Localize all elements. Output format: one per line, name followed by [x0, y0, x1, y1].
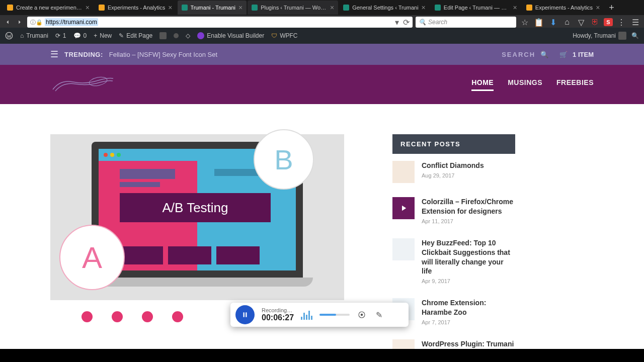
clipboard-icon[interactable]: 📋: [533, 17, 544, 28]
post-date: Aug 29, 2017: [422, 172, 484, 178]
wp-wpfc[interactable]: 🛡 WPFC: [271, 32, 297, 39]
wp-updates[interactable]: ⟳ 1: [55, 32, 66, 39]
wp-comments[interactable]: 💬 0: [73, 32, 87, 39]
download-icon[interactable]: ⬇: [547, 17, 558, 28]
browser-tab[interactable]: Edit Page ‹ Trumani — Wor ×: [431, 1, 521, 15]
wp-divi-icon[interactable]: ◇: [186, 32, 190, 39]
wp-logo[interactable]: [5, 32, 13, 40]
browser-tab[interactable]: Experiments - Analytics ×: [522, 1, 604, 15]
wp-yoast[interactable]: [159, 32, 167, 39]
post-date: Apr 7, 2017: [422, 319, 515, 325]
post-title: Colorzilla – Firefox/Chrome Extension fo…: [422, 197, 515, 216]
menu-icon[interactable]: ☰: [50, 49, 58, 60]
tab-close-icon[interactable]: ×: [330, 4, 334, 11]
forward-button[interactable]: [15, 18, 24, 27]
url-input[interactable]: ⓘ 🔒 https://trumani.com ▾ ⟳: [27, 17, 413, 28]
tab-label: Experiments - Analytics: [535, 5, 593, 11]
tab-label: General Settings ‹ Trumani: [352, 5, 418, 11]
tab-close-icon[interactable]: ×: [596, 4, 600, 11]
search-icon: 🔍: [540, 51, 549, 58]
post-date: Apr 9, 2017: [422, 278, 515, 284]
carousel-dot[interactable]: [142, 311, 153, 322]
wp-site-link[interactable]: ⌂ Trumani: [20, 32, 48, 39]
recent-post-item[interactable]: Chrome Extension: Harambe Zoo Apr 7, 201…: [392, 291, 515, 332]
wp-new[interactable]: + New: [94, 32, 112, 39]
tab-label: Plugins ‹ Trumani — WordP: [261, 5, 327, 11]
wp-howdy[interactable]: Howdy, Trumani: [573, 32, 626, 40]
tab-label: Edit Page ‹ Trumani — Wor: [444, 5, 510, 11]
tab-favicon: [526, 5, 532, 11]
pause-button[interactable]: [235, 305, 255, 324]
recording-status: Recording…: [262, 307, 294, 313]
dropdown-icon[interactable]: ▾: [395, 18, 399, 27]
wp-search-icon[interactable]: 🔍: [631, 32, 639, 39]
draw-pencil-icon[interactable]: ✎: [374, 310, 384, 320]
nav-item-home[interactable]: HOME: [471, 78, 494, 91]
sidebar: RECENT POSTS Conflict Diamonds Aug 29, 2…: [392, 134, 515, 362]
carousel-dot[interactable]: [82, 311, 93, 322]
hamburger-icon[interactable]: ☰: [630, 17, 641, 28]
overflow-icon[interactable]: ⋮: [616, 17, 627, 28]
post-title: Chrome Extension: Harambe Zoo: [422, 298, 515, 317]
tab-close-icon[interactable]: ×: [513, 4, 517, 11]
shield-icon: 🛡: [271, 32, 277, 39]
traffic-green: [117, 153, 121, 157]
stylus-icon[interactable]: S: [604, 18, 613, 26]
post-title: Conflict Diamonds: [422, 161, 484, 170]
browser-tab[interactable]: Plugins ‹ Trumani — WordP ×: [248, 1, 338, 15]
trending-bar: ☰ TRENDING: Fellatio – [NSFW] Sexy Font …: [0, 44, 644, 65]
wp-enable-vb[interactable]: Enable Visual Builder: [197, 32, 264, 39]
ublock-icon[interactable]: ⛨: [590, 17, 601, 28]
recent-post-item[interactable]: Colorzilla – Firefox/Chrome Extension fo…: [392, 190, 515, 231]
reload-icon[interactable]: ⟳: [403, 18, 410, 27]
tab-favicon: [252, 5, 258, 11]
divi-icon: [197, 32, 204, 39]
carousel-dot[interactable]: [112, 311, 123, 322]
tab-close-icon[interactable]: ×: [86, 4, 90, 11]
site-logo[interactable]: [50, 74, 116, 95]
nav-item-musings[interactable]: MUSINGS: [508, 78, 542, 91]
recent-post-item[interactable]: Hey BuzzFeed: Top 10 Clickbait Suggestio…: [392, 231, 515, 292]
back-button[interactable]: [3, 18, 12, 27]
trending-link[interactable]: Fellatio – [NSFW] Sexy Font Icon Set: [109, 51, 217, 58]
search-icon: 🔍: [419, 19, 426, 26]
tab-favicon: [343, 5, 349, 11]
screen-recorder-overlay[interactable]: Recording… 00:06:27 ✎: [230, 303, 409, 327]
browser-tab[interactable]: Create a new experiment - ( ×: [3, 1, 94, 15]
wp-site-name: Trumani: [26, 32, 48, 39]
carousel-dot[interactable]: [172, 311, 183, 322]
wp-edit-page[interactable]: ✎ Edit Page: [119, 32, 152, 39]
tab-close-icon[interactable]: ×: [238, 4, 243, 11]
variant-b-circle: B: [254, 129, 314, 190]
updates-icon: ⟳: [55, 32, 60, 39]
nav-item-freebies[interactable]: FREEBIES: [556, 78, 594, 91]
new-tab-button[interactable]: +: [605, 3, 618, 13]
url-text[interactable]: https://trumani.com: [45, 18, 98, 26]
post-thumbnail: [392, 197, 415, 219]
tab-close-icon[interactable]: ×: [422, 4, 426, 11]
tab-close-icon[interactable]: ×: [168, 4, 172, 11]
webcam-toggle-icon[interactable]: [357, 310, 367, 320]
bottom-strip: [0, 349, 644, 362]
variant-a-circle: A: [59, 225, 125, 290]
hero-banner-text: A/B Testing: [120, 193, 271, 222]
browser-tab[interactable]: Trumani - Trumani ×: [178, 1, 247, 15]
recent-post-item[interactable]: Conflict Diamonds Aug 29, 2017: [392, 154, 515, 190]
wp-wpfc-label: WPFC: [280, 32, 297, 39]
site-search[interactable]: SEARCH 🔍: [502, 51, 549, 58]
bookmark-star-icon[interactable]: ☆: [519, 17, 530, 28]
pocket-icon[interactable]: ▽: [576, 17, 587, 28]
hero-image[interactable]: A/B Testing B A: [50, 134, 344, 300]
browser-tab[interactable]: General Settings ‹ Trumani ×: [339, 1, 430, 15]
browser-search-box[interactable]: 🔍 Search: [416, 17, 516, 28]
trending-label: TRENDING:: [64, 51, 103, 58]
home-icon[interactable]: ⌂: [561, 17, 573, 28]
tab-favicon: [7, 5, 13, 11]
wp-dot[interactable]: [174, 33, 179, 38]
volume-slider[interactable]: [319, 314, 350, 316]
browser-tab[interactable]: Experiments - Analytics ×: [95, 1, 177, 15]
wp-divi-label: Enable Visual Builder: [207, 32, 264, 39]
site-info-icon[interactable]: ⓘ: [30, 19, 36, 26]
cart-link[interactable]: 🛒 1 ITEM: [559, 51, 594, 58]
tab-favicon: [99, 5, 105, 11]
